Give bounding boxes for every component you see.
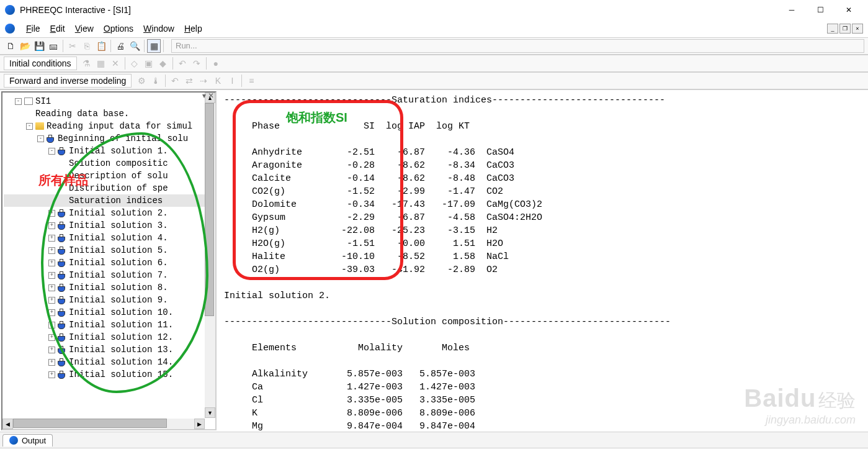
tree-item[interactable]: Description of solu [4, 170, 214, 182]
mdi-restore[interactable]: ❐ [839, 24, 851, 34]
toolbar-modeling: Forward and inverse modeling ⚙ 🌡 ↶ ⇄ ⇢ K… [0, 72, 868, 89]
tree-expand-icon[interactable]: - [26, 123, 33, 130]
run-input[interactable]: Run... [171, 39, 864, 53]
ic-btn6[interactable]: ◆ [156, 57, 170, 70]
tree-item[interactable]: Saturation indices [4, 194, 214, 207]
md-btn1[interactable]: ⚙ [135, 74, 148, 88]
ic-btn1[interactable]: ⚗ [80, 57, 94, 70]
tree-item[interactable]: Reading data base. [4, 107, 214, 120]
mdi-close[interactable]: × [852, 24, 863, 34]
tree-item[interactable]: +Initial solution 10. [4, 306, 214, 319]
preview-button[interactable]: 🔍 [128, 39, 141, 53]
tree-item[interactable]: -SI1 [4, 95, 214, 107]
tree-expand-icon[interactable]: + [48, 309, 55, 316]
paste-button[interactable]: 📋 [94, 39, 108, 53]
tree-scrollbar-v[interactable]: ▲ ▼ [205, 93, 215, 418]
tree-scrollbar-h[interactable]: ◀ ▶ [2, 419, 205, 429]
scroll-left-icon[interactable]: ◀ [2, 419, 13, 429]
tree-expand-icon[interactable]: + [48, 297, 55, 304]
save-button[interactable]: 💾 [32, 39, 46, 53]
tree-expand-icon[interactable]: + [48, 272, 55, 279]
md-btn3[interactable]: ↶ [168, 74, 182, 88]
tree-item[interactable]: +Initial solution 2. [4, 207, 214, 219]
tree-item[interactable]: +Initial solution 9. [4, 294, 214, 306]
cut-button[interactable]: ✂ [66, 39, 79, 53]
tree-item[interactable]: +Initial solution 8. [4, 281, 214, 294]
copy-button[interactable]: ⎘ [80, 39, 94, 53]
tree-expand-icon[interactable]: + [48, 359, 55, 366]
tree-expand-icon[interactable]: - [37, 135, 44, 142]
md-btn4[interactable]: ⇄ [182, 74, 196, 88]
ic-btn4[interactable]: ◇ [128, 57, 141, 70]
tree-expand-icon[interactable]: + [48, 222, 55, 229]
flask-icon [58, 358, 66, 366]
tree-expand-icon[interactable]: + [48, 247, 55, 254]
flask-icon [58, 234, 66, 242]
tree-item[interactable]: Distribution of spe [4, 182, 214, 194]
tree-expand-icon[interactable]: + [48, 371, 55, 378]
tree-expand-icon[interactable]: + [48, 322, 55, 329]
tree-item[interactable]: +Initial solution 3. [4, 219, 214, 232]
tree-item[interactable]: +Initial solution 4. [4, 232, 214, 244]
tree-expand-icon[interactable]: + [48, 347, 55, 353]
output-panel[interactable]: ------------------------------Saturation… [218, 90, 868, 432]
tree-item[interactable]: -Initial solution 1. [4, 145, 214, 157]
scroll-right-icon[interactable]: ▶ [194, 419, 205, 429]
menu-edit[interactable]: Edit [45, 22, 70, 35]
menu-file[interactable]: File [21, 22, 45, 35]
main-area: ▾ ✕ -SI1Reading data base.-Reading input… [0, 89, 868, 432]
ic-btn5[interactable]: ▣ [142, 57, 156, 70]
menu-help[interactable]: Help [179, 22, 207, 35]
tree-item[interactable]: +Initial solution 6. [4, 256, 214, 269]
scroll-down-icon[interactable]: ▼ [205, 407, 215, 418]
tree-item[interactable]: +Initial solution 12. [4, 331, 214, 343]
save-all-button[interactable]: 🖴 [47, 39, 60, 53]
md-btn8[interactable]: ≡ [244, 74, 258, 88]
ic-btn2[interactable]: ▦ [94, 57, 108, 70]
tree-expand-icon[interactable]: - [48, 148, 55, 155]
md-btn2[interactable]: 🌡 [149, 74, 163, 88]
md-btn-k[interactable]: K [211, 74, 225, 88]
menu-window[interactable]: Window [138, 22, 179, 35]
md-btn5[interactable]: ⇢ [197, 74, 210, 88]
tab-output-label: Output [22, 436, 46, 445]
window-title: PHREEQC Interactive - [SI1] [20, 5, 777, 15]
tree-item[interactable]: +Initial solution 13. [4, 343, 214, 356]
tree-expand-icon[interactable]: + [48, 284, 55, 291]
tree-item-label: Reading input data for simul [47, 121, 192, 131]
new-button[interactable]: 🗋 [4, 39, 17, 53]
tree-item[interactable]: +Initial solution 11. [4, 319, 214, 331]
tree-expand-icon[interactable]: - [15, 98, 22, 105]
menu-options[interactable]: Options [99, 22, 138, 35]
tab-output[interactable]: Output [2, 434, 53, 447]
md-btn-i[interactable]: I [225, 74, 239, 88]
menu-view[interactable]: View [70, 22, 99, 35]
tree-item[interactable]: Solution compositic [4, 157, 214, 170]
open-button[interactable]: 📂 [18, 39, 32, 53]
menubar: File Edit View Options Window Help _ ❐ × [0, 20, 868, 37]
tree-expand-icon[interactable]: + [48, 260, 55, 266]
tree-close-icon[interactable]: ▾ ✕ [202, 91, 214, 100]
mdi-minimize[interactable]: _ [827, 24, 838, 34]
grid-button[interactable]: ▦ [147, 39, 161, 53]
flask-icon [58, 346, 66, 353]
redo-button[interactable]: ↷ [190, 57, 204, 70]
minimize-button[interactable]: ─ [777, 1, 806, 19]
tree-item[interactable]: +Initial solution 7. [4, 269, 214, 281]
tree-view[interactable]: -SI1Reading data base.-Reading input dat… [2, 93, 215, 429]
tree-expand-icon[interactable]: + [48, 334, 55, 341]
undo-button[interactable]: ↶ [176, 57, 189, 70]
tree-expand-icon[interactable]: + [48, 235, 55, 242]
print-button[interactable]: 🖨 [114, 39, 127, 53]
ic-btn3[interactable]: ✕ [109, 57, 122, 70]
tree-item[interactable]: +Initial solution 15. [4, 368, 214, 381]
tree-item[interactable]: -Reading input data for simul [4, 120, 214, 132]
ic-btn9[interactable]: ● [209, 57, 223, 70]
maximize-button[interactable]: ☐ [806, 1, 834, 19]
menu-app-icon [5, 24, 15, 34]
tree-expand-icon[interactable]: + [48, 210, 55, 217]
tree-item[interactable]: +Initial solution 14. [4, 356, 214, 368]
tree-item[interactable]: -Beginning of initial solu [4, 132, 214, 145]
tree-item[interactable]: +Initial solution 5. [4, 244, 214, 256]
close-button[interactable]: ✕ [834, 1, 863, 19]
